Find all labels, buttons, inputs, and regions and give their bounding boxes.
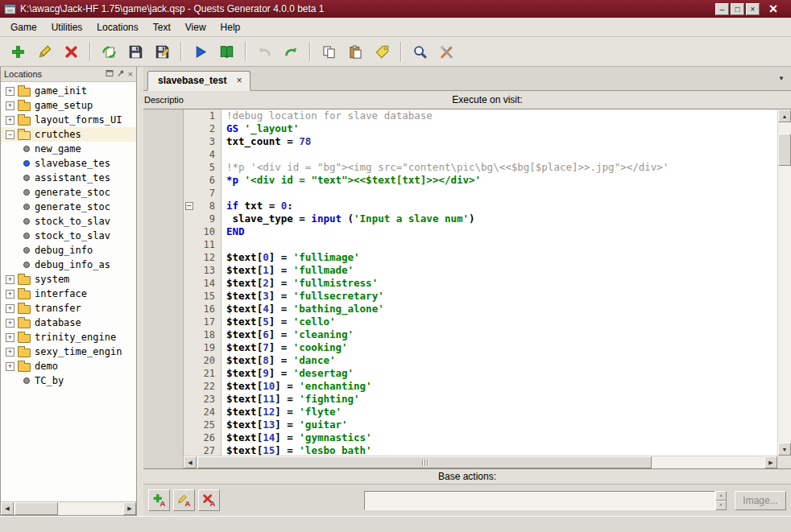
code-line[interactable]: 12$text[0] = 'fullimage' <box>184 251 777 264</box>
code-editor[interactable]: 1!debug location for slave database2GS '… <box>184 109 791 468</box>
tree-item-stock_to_slav[interactable]: stock_to_slav <box>1 214 136 229</box>
collapse-icon[interactable]: − <box>6 130 14 139</box>
panel-pin-icon[interactable] <box>117 69 125 79</box>
code-line[interactable]: 2GS '_layout' <box>184 122 777 135</box>
scroll-up-icon[interactable]: ▲ <box>778 109 791 122</box>
tree-item-transfer[interactable]: +transfer <box>1 301 136 315</box>
spinner-up-icon[interactable]: ▲ <box>715 491 727 501</box>
close-icon[interactable]: × <box>760 1 787 17</box>
tag-button[interactable] <box>371 40 394 64</box>
code-line[interactable]: 23$text[11] = 'fighting' <box>184 393 777 406</box>
panel-float-icon[interactable] <box>106 69 114 79</box>
code-line[interactable]: 17$text[5] = 'cello' <box>184 315 777 328</box>
tree-item-generate_stoc[interactable]: generate_stoc <box>1 200 136 214</box>
locations-hscroll-thumb[interactable] <box>14 502 58 515</box>
redo-button[interactable] <box>280 40 303 64</box>
tree-item-database[interactable]: +database <box>1 315 136 330</box>
code-line[interactable]: 19$text[7] = 'cooking' <box>184 341 777 354</box>
expand-icon[interactable]: + <box>6 275 14 284</box>
locations-hscroll-track[interactable] <box>14 502 123 515</box>
code-line[interactable]: 13$text[1] = 'fullmade' <box>184 264 777 277</box>
titlebar[interactable]: K:\awacg\Jack-HF 1.75\game\jack.qsp - Qu… <box>0 0 791 18</box>
tree-item-new_game[interactable]: new_game <box>1 142 136 156</box>
horizontal-scrollbar[interactable]: ◀ ▶ <box>184 456 777 468</box>
expand-icon[interactable]: + <box>6 290 14 299</box>
code-line[interactable]: −8if txt = 0: <box>184 200 777 212</box>
code-line[interactable]: 15$text[3] = 'fullsecretary' <box>184 290 777 303</box>
run-game-button[interactable] <box>188 40 212 64</box>
expand-icon[interactable]: + <box>6 348 14 357</box>
vscroll-track[interactable] <box>778 122 791 443</box>
description-panel-collapsed[interactable] <box>143 109 184 468</box>
panel-close-icon[interactable]: × <box>128 70 133 79</box>
vertical-scrollbar[interactable]: ▲ ▼ <box>777 109 791 456</box>
menu-game[interactable]: Game <box>3 19 44 35</box>
expand-icon[interactable]: + <box>6 87 14 96</box>
code-line[interactable]: 24$text[12] = 'flyte' <box>184 406 777 419</box>
tab-list-dropdown-icon[interactable]: ▼ <box>778 75 785 82</box>
code-line[interactable]: 10END <box>184 225 777 238</box>
code-line[interactable]: 6*p '<div id = "text"><<$text[txt]>></di… <box>184 174 777 187</box>
code-line[interactable]: 18$text[6] = 'cleaning' <box>184 328 777 341</box>
add-location-button[interactable] <box>6 40 30 64</box>
tree-item-interface[interactable]: +interface <box>1 287 136 301</box>
action-value-field[interactable] <box>364 491 715 510</box>
expand-icon[interactable]: + <box>6 304 14 313</box>
menu-help[interactable]: Help <box>213 19 248 35</box>
code-line[interactable]: 22$text[10] = 'enchanting' <box>184 380 777 393</box>
panel-splitter[interactable] <box>137 67 143 516</box>
code-line[interactable]: 7 <box>184 187 777 200</box>
vscroll-thumb[interactable] <box>778 134 791 166</box>
tree-item-layout_forms_UI[interactable]: +layout_forms_UI <box>1 113 136 127</box>
tree-item-generate_stoc[interactable]: generate_stoc <box>1 185 136 200</box>
save-as-button[interactable] <box>151 40 174 64</box>
tree-item-TC_by[interactable]: TC_by <box>1 373 136 388</box>
locations-hscrollbar[interactable]: ◀ ▶ <box>1 501 136 515</box>
hscroll-track[interactable] <box>197 456 764 468</box>
scroll-down-icon[interactable]: ▼ <box>778 443 791 456</box>
paste-button[interactable] <box>344 40 367 64</box>
tree-item-crutches[interactable]: −crutches <box>1 127 136 142</box>
undo-button[interactable] <box>253 40 276 64</box>
tree-item-game_setup[interactable]: +game_setup <box>1 98 136 113</box>
tools-button[interactable] <box>435 40 458 64</box>
close-button[interactable]: × <box>746 3 760 15</box>
scroll-right-icon[interactable]: ▶ <box>123 502 136 515</box>
code-line[interactable]: 21$text[9] = 'desertag' <box>184 367 777 380</box>
code-line[interactable]: 26$text[14] = 'gymnastics' <box>184 431 777 444</box>
tree-item-game_init[interactable]: +game_init <box>1 84 136 98</box>
tree-item-debug_info_as[interactable]: debug_info_as <box>1 258 136 272</box>
tree-item-slavebase_tes[interactable]: slavebase_tes <box>1 156 136 171</box>
copy-button[interactable] <box>317 40 341 64</box>
tab-slavebase-test[interactable]: slavebase_test × <box>147 71 251 91</box>
menu-locations[interactable]: Locations <box>89 19 145 35</box>
expand-icon[interactable]: + <box>6 333 14 342</box>
code-line[interactable]: 4 <box>184 148 777 161</box>
menu-utilities[interactable]: Utilities <box>44 19 90 35</box>
hscroll-thumb[interactable] <box>197 456 652 468</box>
menu-view[interactable]: View <box>178 19 213 35</box>
rename-action-button[interactable]: A <box>173 489 195 511</box>
tree-item-sexy_time_engin[interactable]: +sexy_time_engin <box>1 344 136 359</box>
code-line[interactable]: 16$text[4] = 'bathing_alone' <box>184 303 777 315</box>
expand-icon[interactable]: + <box>6 362 14 371</box>
delete-action-button[interactable]: A <box>198 489 220 511</box>
code-line[interactable]: 25$text[13] = 'guitar' <box>184 419 777 431</box>
rename-location-button[interactable] <box>33 40 56 64</box>
code-line[interactable]: 20$text[8] = 'dance' <box>184 354 777 367</box>
save-button[interactable] <box>124 40 147 64</box>
fold-collapse-icon[interactable]: − <box>185 202 193 210</box>
tree-item-assistant_tes[interactable]: assistant_tes <box>1 171 136 185</box>
search-button[interactable] <box>408 40 432 64</box>
spinner-down-icon[interactable]: ▼ <box>715 501 727 510</box>
tab-close-icon[interactable]: × <box>236 75 242 86</box>
code-line[interactable]: 11 <box>184 238 777 251</box>
expand-icon[interactable]: + <box>6 116 14 125</box>
code-line[interactable]: 5!*p '<div id = "bg"><img src="content\p… <box>184 161 777 174</box>
code-line[interactable]: 9 slave_type = input ('Input a slave num… <box>184 212 777 225</box>
tree-item-demo[interactable]: +demo <box>1 359 136 373</box>
tree-item-stock_to_slav[interactable]: stock_to_slav <box>1 229 136 243</box>
help-book-button[interactable] <box>215 40 238 64</box>
image-button[interactable]: Image... <box>735 491 786 510</box>
menu-text[interactable]: Text <box>146 19 178 35</box>
